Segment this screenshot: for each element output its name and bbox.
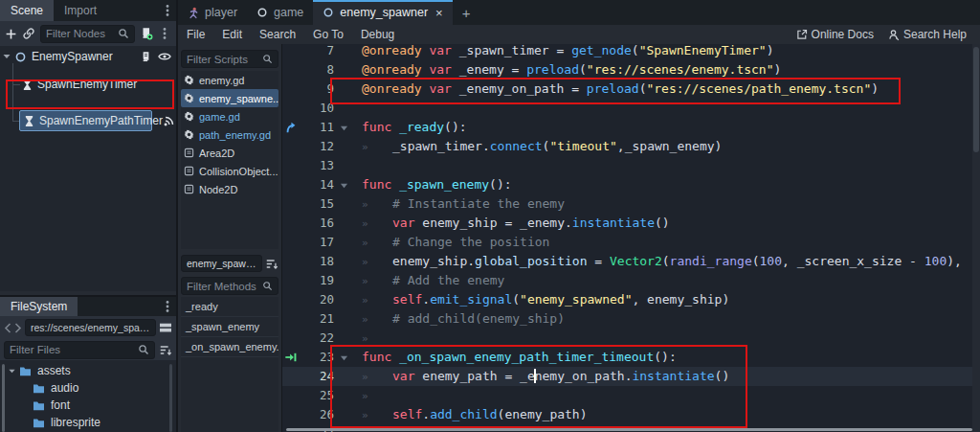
history-back-icon[interactable]: [4, 323, 11, 333]
menu-goto[interactable]: Go To: [304, 28, 352, 41]
script-list-item[interactable]: enemy_spawne...: [181, 89, 278, 107]
code-line[interactable]: 25»: [282, 386, 980, 405]
tab-import[interactable]: Import: [54, 0, 107, 21]
code-token: @onready: [362, 62, 422, 77]
current-script-name-field[interactable]: enemy_spawner.gd: [181, 255, 262, 272]
tab-indent-marker: »: [362, 332, 392, 345]
code-line[interactable]: 17»# Change the position: [282, 233, 980, 252]
menu-edit[interactable]: Edit: [213, 28, 251, 41]
search-icon: [262, 54, 273, 64]
code-line[interactable]: 12»_spawn_timer.connect("timeout",_spawn…: [282, 137, 980, 156]
folder-icon: [19, 366, 32, 376]
sort-methods-icon[interactable]: [265, 258, 278, 270]
script-list-item[interactable]: enemy.gd: [181, 71, 278, 89]
script-tab-enemy-spawner[interactable]: enemy_spawner ×: [313, 0, 452, 25]
filesystem-folder-assets[interactable]: assets: [0, 362, 176, 379]
code-line[interactable]: 22»: [282, 329, 980, 348]
sort-files-icon[interactable]: [159, 344, 172, 356]
script-list-item[interactable]: Node2D: [181, 180, 278, 198]
fold-arrow-icon[interactable]: [340, 182, 348, 190]
code-line[interactable]: 15»# Instantiate the enemy: [282, 194, 980, 214]
code-token: (: [579, 62, 587, 77]
code-editor[interactable]: 7@onready var _spawn_timer = get_node("S…: [282, 44, 980, 432]
code-line[interactable]: 24»var enemy_path = _enemy_on_path.insta…: [282, 367, 980, 386]
script-list-item[interactable]: CollisionObject...: [181, 162, 278, 180]
code-line[interactable]: 14func _spawn_enemy():: [282, 175, 980, 194]
tab-filesystem[interactable]: FileSystem: [0, 297, 78, 316]
script-tab-player[interactable]: player: [178, 0, 247, 25]
tab-indent-marker: »: [362, 198, 392, 211]
close-tab-icon[interactable]: ×: [435, 6, 443, 20]
tree-row-enemyspawner[interactable]: EnemySpawner: [0, 47, 176, 66]
method-list-item[interactable]: _spawn_enemy: [181, 317, 278, 337]
new-tab-button[interactable]: +: [453, 0, 480, 25]
fold-arrow-icon[interactable]: [340, 125, 348, 132]
code-line[interactable]: 8@onready var _enemy = preload("res://sc…: [282, 60, 980, 80]
filter-files-input[interactable]: Filter Files: [4, 341, 155, 359]
search-help-button[interactable]: Search Help: [887, 28, 967, 41]
filter-files-placeholder: Filter Files: [10, 344, 138, 355]
code-line[interactable]: 13: [282, 156, 980, 175]
history-forward-icon[interactable]: [14, 323, 22, 333]
script-list-label: enemy.gd: [199, 75, 245, 86]
filesystem-folder-font[interactable]: font: [0, 397, 176, 414]
scene-dock-tabbar: Scene Import: [0, 0, 176, 21]
tree-row-spawnenemytimer[interactable]: SpawnEnemyTimer: [0, 75, 176, 94]
menu-search[interactable]: Search: [251, 28, 304, 41]
code-line[interactable]: 11func _ready():: [282, 118, 980, 137]
code-line[interactable]: 9@onready var _enemy_on_path = preload("…: [282, 80, 980, 99]
method-list-item[interactable]: _ready: [181, 297, 278, 317]
code-line[interactable]: 23func _on_spawn_enemy_path_timer_timeou…: [282, 348, 980, 367]
method-label: _ready: [186, 301, 218, 312]
script-side-panel: Filter Scripts enemy.gdenemy_spawne...ga…: [178, 44, 281, 432]
tree-row-spawnenemypathtimer[interactable]: SpawnEnemyPathTimer: [0, 111, 176, 130]
script-list-item[interactable]: Area2D: [181, 144, 278, 162]
code-line[interactable]: 26»self.add_child(enemy_path): [282, 405, 980, 424]
code-token: (: [512, 292, 520, 307]
menu-file[interactable]: File: [178, 28, 213, 41]
scene-toolbar-menu-icon[interactable]: [158, 26, 171, 41]
code-line[interactable]: 20»self.emit_signal("enemy_spawned", ene…: [282, 290, 980, 309]
code-text: »: [362, 330, 392, 345]
vertical-scrollbar-thumb[interactable]: [973, 47, 979, 152]
filesystem-folder-audio[interactable]: audio: [0, 379, 176, 397]
chevron-down-icon[interactable]: [8, 367, 16, 375]
code-line[interactable]: 16»var enemy_ship = _enemy.instantiate(): [282, 214, 980, 233]
current-path-field[interactable]: res://scenes/enemy_spawn: [25, 319, 156, 336]
code-token: instantiate: [632, 369, 714, 383]
code-line[interactable]: 19»# Add the enemy: [282, 271, 980, 290]
scene-dock-menu-icon[interactable]: [161, 3, 174, 18]
code-token: .: [422, 407, 430, 421]
code-token: @onready: [362, 81, 422, 96]
code-line[interactable]: 10: [282, 99, 980, 118]
signal-connection-icon[interactable]: [163, 114, 176, 127]
code-line[interactable]: 7@onready var _spawn_timer = get_node("S…: [282, 44, 980, 60]
script-list-item[interactable]: path_enemy.gd: [181, 125, 278, 144]
instance-scene-icon[interactable]: [22, 27, 35, 40]
horizontal-scrollbar[interactable]: [286, 428, 972, 431]
vertical-scrollbar[interactable]: [972, 44, 980, 432]
code-token: _enemy_on_path =: [452, 81, 587, 96]
open-script-icon[interactable]: [140, 51, 152, 63]
code-line[interactable]: 21»# add_child(enemy_ship): [282, 309, 980, 329]
add-node-icon[interactable]: [5, 28, 17, 40]
filter-nodes-input[interactable]: Filter Nodes: [40, 25, 135, 43]
script-tab-game[interactable]: game: [247, 0, 313, 25]
visibility-eye-icon[interactable]: [158, 51, 171, 62]
filesystem-menu-icon[interactable]: [161, 299, 174, 314]
code-token: ): [774, 62, 782, 77]
collapse-arrow-icon[interactable]: [2, 52, 11, 61]
code-line[interactable]: 18»enemy_ship.global_position = Vector2(…: [282, 252, 980, 271]
online-docs-button[interactable]: Online Docs: [796, 28, 874, 41]
fold-arrow-icon[interactable]: [340, 354, 348, 362]
filter-methods-input[interactable]: Filter Methods: [181, 277, 278, 295]
filter-scripts-input[interactable]: Filter Scripts: [181, 50, 278, 68]
filesystem-folder-libresprite[interactable]: libresprite: [0, 414, 176, 431]
split-view-icon[interactable]: [159, 322, 172, 333]
tab-scene[interactable]: Scene: [0, 0, 54, 21]
menu-debug[interactable]: Debug: [352, 28, 403, 41]
code-token: nemy_on_path.: [535, 369, 633, 383]
script-list-item[interactable]: game.gd: [181, 107, 278, 125]
method-list-item[interactable]: _on_spawn_enemy...: [181, 337, 278, 357]
attach-script-icon[interactable]: [140, 27, 153, 40]
